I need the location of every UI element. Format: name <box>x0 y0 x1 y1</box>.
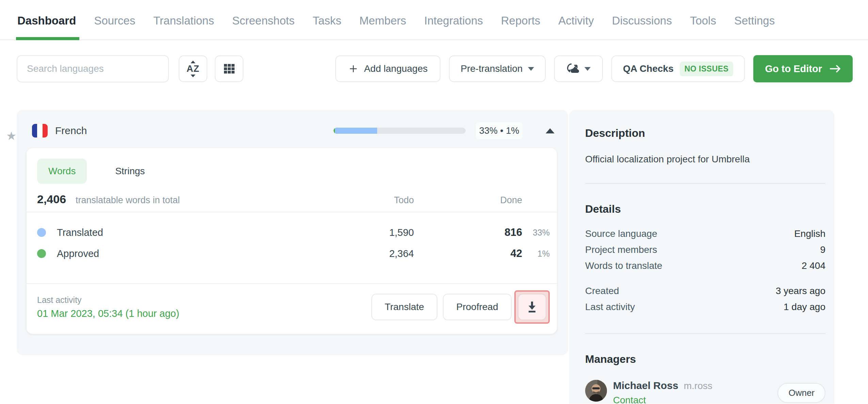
download-icon <box>526 301 538 313</box>
manager-list-item: Michael Ross m.ross Contact Owner <box>585 380 825 404</box>
tab-dashboard[interactable]: Dashboard <box>17 0 77 39</box>
go-to-editor-button[interactable]: Go to Editor <box>753 55 853 82</box>
manager-username: m.ross <box>684 381 712 391</box>
row-label: Approved <box>57 248 99 259</box>
tab-reports[interactable]: Reports <box>500 0 541 39</box>
detail-label: Project members <box>585 244 657 255</box>
language-card-header[interactable]: French 33% • 1% <box>17 110 568 148</box>
favorite-star-icon[interactable]: ★ <box>6 129 16 143</box>
language-name: French <box>55 125 87 136</box>
total-words-value: 2,406 <box>37 193 66 206</box>
toolbar-right: Add languages Pre-translation QA Checks … <box>335 55 853 82</box>
detail-value: 9 <box>820 244 825 255</box>
tab-words[interactable]: Words <box>37 159 87 184</box>
project-info-panel: Description Official localization projec… <box>569 110 834 404</box>
toolbar: AZ Add languages Pre-translation QA Chec… <box>0 55 868 82</box>
top-nav: Dashboard Sources Translations Screensho… <box>0 0 868 40</box>
tab-activity[interactable]: Activity <box>558 0 595 39</box>
approved-dot-icon <box>37 249 46 258</box>
collapse-button[interactable] <box>546 128 554 133</box>
detail-value: 3 years ago <box>776 286 825 296</box>
plus-icon <box>348 64 358 74</box>
progress-translated <box>335 128 377 134</box>
translate-button[interactable]: Translate <box>371 294 437 320</box>
language-card-french: French 33% • 1% Words Strings 2,406 tran… <box>17 110 568 355</box>
tab-integrations[interactable]: Integrations <box>423 0 483 39</box>
cloud-sync-icon <box>567 63 580 75</box>
highlight-annotation <box>514 290 550 324</box>
language-stats-card: Words Strings 2,406 translatable words i… <box>27 148 557 334</box>
qa-checks-label: QA Checks <box>623 63 673 74</box>
description-text: Official localization project for Umbrel… <box>585 154 825 165</box>
language-progress-bar <box>334 128 466 134</box>
tab-members[interactable]: Members <box>359 0 407 39</box>
go-to-editor-label: Go to Editor <box>765 63 822 75</box>
sync-dropdown-button[interactable] <box>554 55 603 82</box>
divider <box>585 183 825 184</box>
avatar[interactable] <box>585 380 607 402</box>
grid-view-button[interactable] <box>215 55 243 82</box>
pre-translation-label: Pre-translation <box>461 63 523 74</box>
tab-sources[interactable]: Sources <box>93 0 136 39</box>
detail-label: Source language <box>585 228 657 239</box>
chevron-down-icon <box>528 67 534 71</box>
managers-title: Managers <box>585 353 825 366</box>
total-words-label: translatable words in total <box>76 195 180 206</box>
approved-done-value: 42 <box>414 247 522 260</box>
grid-icon <box>224 64 235 74</box>
add-languages-label: Add languages <box>364 63 428 74</box>
card-footer: Last activity 01 Mar 2023, 05:34 (1 hour… <box>27 284 557 330</box>
header-right: 33% • 1% <box>334 122 554 139</box>
table-row-translated: Translated 1,590 816 33% <box>27 222 557 243</box>
detail-row-last-activity: Last activity 1 day ago <box>585 299 825 315</box>
column-header-done: Done <box>414 195 522 206</box>
tab-tools[interactable]: Tools <box>689 0 717 39</box>
qa-checks-button[interactable]: QA Checks NO ISSUES <box>611 55 745 82</box>
download-button[interactable] <box>518 294 546 320</box>
approved-todo-value: 2,364 <box>312 248 414 259</box>
add-languages-button[interactable]: Add languages <box>335 55 440 82</box>
tab-strings[interactable]: Strings <box>104 159 156 184</box>
detail-label: Last activity <box>585 302 635 312</box>
qa-status-badge: NO ISSUES <box>680 62 734 76</box>
detail-row-words-to-translate: Words to translate 2 404 <box>585 258 825 274</box>
chevron-down-icon <box>584 67 591 71</box>
translated-todo-value: 1,590 <box>312 227 414 238</box>
search-input[interactable] <box>17 55 169 82</box>
description-title: Description <box>585 127 825 140</box>
stats-tabs: Words Strings <box>27 148 557 184</box>
stats-summary-row: 2,406 translatable words in total Todo D… <box>27 184 557 212</box>
detail-value: English <box>794 228 825 239</box>
detail-value: 1 day ago <box>784 302 825 312</box>
detail-label: Created <box>585 286 619 296</box>
last-activity-link[interactable]: 01 Mar 2023, 05:34 (1 hour ago) <box>37 308 179 319</box>
detail-label: Words to translate <box>585 260 662 271</box>
row-label: Translated <box>57 227 103 238</box>
sort-az-icon: AZ <box>187 61 199 77</box>
tab-discussions[interactable]: Discussions <box>611 0 673 39</box>
divider <box>585 333 825 334</box>
table-row-approved: Approved 2,364 42 1% <box>27 243 557 264</box>
detail-row-source-language: Source language English <box>585 226 825 242</box>
tab-translations[interactable]: Translations <box>152 0 215 39</box>
proofread-button[interactable]: Proofread <box>443 294 512 320</box>
tab-settings[interactable]: Settings <box>734 0 775 39</box>
translated-done-value: 816 <box>414 226 522 239</box>
progress-percentages: 33% • 1% <box>476 122 523 139</box>
sort-button[interactable]: AZ <box>179 55 207 82</box>
last-activity-label: Last activity <box>37 295 179 305</box>
column-header-todo: Todo <box>312 195 414 206</box>
detail-row-project-members: Project members 9 <box>585 242 825 258</box>
details-title: Details <box>585 203 825 215</box>
translated-dot-icon <box>37 228 46 237</box>
detail-value: 2 404 <box>802 260 825 271</box>
chevron-up-icon <box>546 128 554 133</box>
translated-pct-value: 33% <box>522 228 550 238</box>
detail-row-created: Created 3 years ago <box>585 283 825 299</box>
pre-translation-button[interactable]: Pre-translation <box>449 55 546 82</box>
tab-screenshots[interactable]: Screenshots <box>231 0 295 39</box>
manager-name[interactable]: Michael Ross <box>613 380 678 391</box>
tab-tasks[interactable]: Tasks <box>312 0 342 39</box>
french-flag-icon <box>32 124 48 138</box>
contact-link[interactable]: Contact <box>613 395 712 404</box>
